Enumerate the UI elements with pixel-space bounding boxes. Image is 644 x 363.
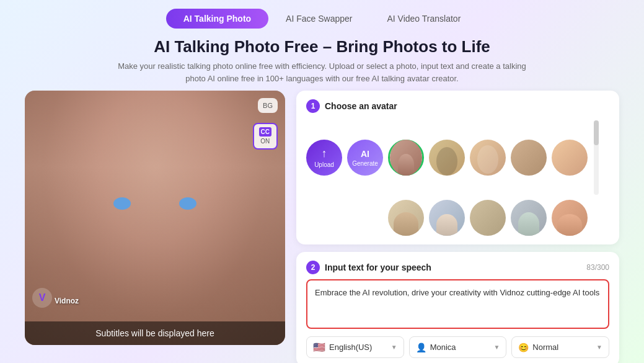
style-label: Normal	[532, 343, 558, 352]
voice-chevron: ▼	[493, 344, 500, 351]
avatar-item-8[interactable]	[470, 200, 506, 236]
avatar-face-6	[388, 200, 424, 236]
spacer2	[347, 215, 383, 221]
speech-header: 2 Input text for your speech 83/300	[306, 261, 609, 274]
vidnoz-logo: V	[32, 288, 52, 308]
avatar-face-9	[511, 200, 547, 236]
language-label: English(US)	[329, 343, 372, 352]
avatar-generate-button[interactable]: AI Generate	[347, 140, 383, 176]
speech-textarea[interactable]: Embrace the AI revolution, drive your cr…	[306, 279, 609, 329]
speech-section: 2 Input text for your speech 83/300 Embr…	[296, 252, 619, 363]
scrollbar-thumb	[594, 120, 599, 145]
style-chevron: ▼	[596, 344, 602, 351]
cc-label: CC	[259, 127, 271, 137]
style-icon: 😊	[518, 343, 529, 352]
tab-face-swapper[interactable]: AI Face Swapper	[268, 9, 369, 29]
char-count: 83/300	[586, 263, 609, 272]
generate-label: Generate	[352, 160, 378, 167]
subtitles-text: Subtitles will be displayed here	[95, 328, 214, 338]
upload-label: Upload	[314, 161, 334, 168]
step-2-badge: 2	[306, 261, 320, 274]
generate-icon: AI	[361, 149, 369, 159]
tab-video-translator[interactable]: AI Video Translator	[369, 9, 478, 29]
avatar-item-10[interactable]	[552, 200, 588, 236]
avatar-face-5	[552, 140, 588, 176]
photo-panel: BG CC ON V Vidnoz Subtitles will be disp…	[25, 91, 285, 345]
spacer	[306, 215, 342, 221]
subtitles-bar: Subtitles will be displayed here	[25, 321, 285, 345]
avatar-grid: ↑ Upload AI Generate	[306, 120, 609, 236]
tab-talking-photo[interactable]: AI Talking Photo	[166, 9, 268, 29]
avatar-item-2[interactable]	[429, 140, 465, 176]
avatar-item-5[interactable]	[552, 140, 588, 176]
voice-select[interactable]: 👤 Monica ▼	[409, 336, 507, 358]
voice-icon: 👤	[416, 343, 426, 352]
cc-toggle[interactable]: CC ON	[253, 123, 278, 150]
avatar-row-2	[306, 200, 609, 236]
top-navigation: AI Talking Photo AI Face Swapper AI Vide…	[0, 0, 644, 35]
avatar-item-9[interactable]	[511, 200, 547, 236]
avatar-face-3	[470, 140, 506, 176]
bg-toggle[interactable]: BG	[258, 98, 278, 113]
hero-title: AI Talking Photo Free – Bring Photos to …	[0, 37, 644, 56]
face-simulation	[25, 91, 285, 345]
step-1-badge: 1	[306, 99, 320, 113]
eye-left	[113, 197, 131, 210]
avatar-face-4	[511, 140, 547, 176]
language-chevron: ▼	[391, 344, 397, 351]
avatar-face-1	[390, 140, 422, 176]
style-select[interactable]: 😊 Normal ▼	[511, 336, 609, 358]
speech-title-group: 2 Input text for your speech	[306, 261, 431, 274]
hero-section: AI Talking Photo Free – Bring Photos to …	[0, 35, 644, 91]
avatar-face-7	[429, 200, 465, 236]
hero-description: Make your realistic talking photo online…	[112, 60, 533, 84]
voice-label: Monica	[430, 343, 456, 352]
avatar-scrollbar[interactable]	[594, 120, 599, 195]
language-flag: 🇺🇸	[313, 341, 325, 353]
avatar-face-8	[470, 200, 506, 236]
vidnoz-letter: V	[39, 292, 46, 303]
avatar-face-10	[552, 200, 588, 236]
avatar-upload-button[interactable]: ↑ Upload	[306, 140, 342, 176]
avatar-item-1[interactable]	[388, 140, 424, 176]
avatar-section-header: 1 Choose an avatar	[306, 99, 609, 113]
vidnoz-brand-text: Vidnoz	[55, 297, 79, 305]
main-content: BG CC ON V Vidnoz Subtitles will be disp…	[0, 91, 644, 357]
avatar-section: 1 Choose an avatar ↑ Upload AI Generate	[296, 91, 619, 244]
controls-row: 🇺🇸 English(US) ▼ 👤 Monica ▼ 😊 Normal ▼	[306, 336, 609, 358]
photo-image	[25, 91, 285, 345]
language-select[interactable]: 🇺🇸 English(US) ▼	[306, 336, 404, 358]
right-panel: 1 Choose an avatar ↑ Upload AI Generate	[296, 91, 619, 357]
cc-status: ON	[260, 138, 270, 145]
avatar-item-6[interactable]	[388, 200, 424, 236]
upload-icon: ↑	[322, 147, 327, 160]
speech-section-title: Input text for your speech	[325, 262, 431, 272]
avatar-section-title: Choose an avatar	[325, 101, 397, 111]
bg-label: BG	[263, 102, 273, 109]
avatar-face-2	[429, 140, 465, 176]
avatar-item-3[interactable]	[470, 140, 506, 176]
avatar-item-7[interactable]	[429, 200, 465, 236]
avatar-item-4[interactable]	[511, 140, 547, 176]
avatar-row-1: ↑ Upload AI Generate	[306, 120, 609, 195]
